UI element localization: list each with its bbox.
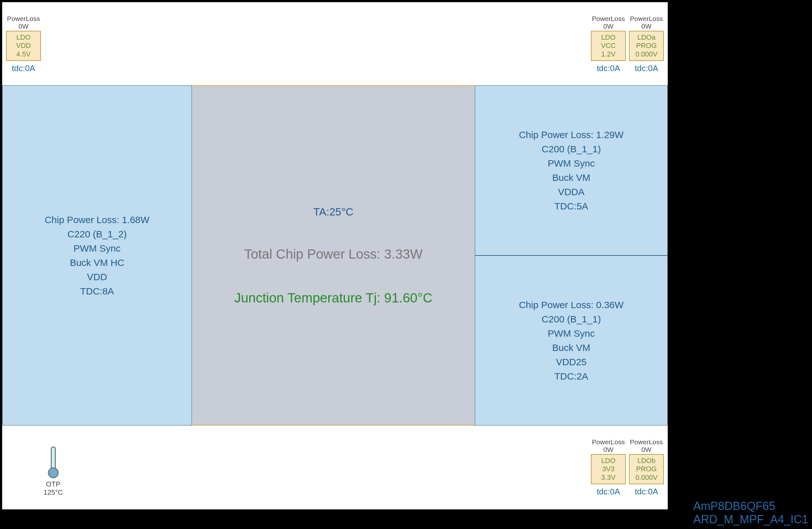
ldo-group-bottom-right: PowerLoss 0W LDO 3V3 3.3V tdc:0A PowerLo… <box>591 438 664 497</box>
ldob-prog: PowerLoss 0W LDOb PROG 0.000V tdc:0A <box>629 438 664 497</box>
ldo-vdd: PowerLoss 0W LDO VDD 4.5V tdc:0A <box>6 15 41 73</box>
ldo-group-top-right: PowerLoss 0W LDO VCC 1.2V tdc:0A PowerLo… <box>591 15 664 73</box>
ldo-line2: 3V3 <box>592 465 625 473</box>
ldo-box: LDOb PROG 0.000V <box>629 454 664 484</box>
chip-power-loss: Chip Power Loss: 0.36W <box>519 298 624 312</box>
ldo-line3: 0.000V <box>629 50 663 58</box>
power-loss-label: PowerLoss <box>629 15 664 23</box>
block-mode: PWM Sync <box>548 156 595 170</box>
block-type: Buck VM HC <box>70 256 124 270</box>
block-mode: PWM Sync <box>74 241 120 256</box>
block-tdc: TDC:5A <box>554 199 589 213</box>
ldo-box: LDOa PROG 0.000V <box>629 31 664 61</box>
otp-indicator: OTP 125°C <box>43 446 63 497</box>
ldo-box: LDO VCC 1.2V <box>591 31 626 61</box>
ldo-line1: LDO <box>7 33 40 42</box>
ldo-vcc: PowerLoss 0W LDO VCC 1.2V tdc:0A <box>591 15 626 73</box>
ldo-3v3: PowerLoss 0W LDO 3V3 3.3V tdc:0A <box>591 438 626 497</box>
otp-value: 125°C <box>43 488 63 497</box>
block-tdc: TDC:8A <box>80 284 114 298</box>
power-loss-label: PowerLoss <box>591 15 626 23</box>
power-loss-value: 0W <box>591 446 626 454</box>
buck-right-column: Chip Power Loss: 1.29W C200 (B_1_1) PWM … <box>475 85 668 426</box>
power-loss-value: 0W <box>629 23 664 30</box>
block-type: Buck VM <box>552 341 590 355</box>
ldo-line3: 1.2V <box>592 50 625 58</box>
power-loss-label: PowerLoss <box>629 438 664 446</box>
block-id: C200 (B_1_1) <box>542 142 601 156</box>
power-loss-value: 0W <box>6 23 41 30</box>
power-loss-label: PowerLoss <box>6 15 41 23</box>
tdc-value: tdc:0A <box>591 487 626 497</box>
ldo-line3: 4.5V <box>7 50 40 58</box>
block-id: C220 (B_1_2) <box>68 227 127 241</box>
footer-part-labels: AmP8DB6QF65 ARD_M_MPF_A4_IC1 <box>693 500 808 526</box>
ldo-line1: LDO <box>592 33 625 42</box>
block-rail: VDD <box>87 270 107 284</box>
block-mode: PWM Sync <box>548 326 595 341</box>
ldo-line3: 0.000V <box>629 473 663 482</box>
otp-label: OTP <box>43 480 63 488</box>
ldo-line3: 3.3V <box>592 473 625 482</box>
chip-thermal-diagram: PowerLoss 0W LDO VDD 4.5V tdc:0A PowerLo… <box>2 2 668 510</box>
ldo-line1: LDOb <box>629 457 663 465</box>
ldo-group-top-left: PowerLoss 0W LDO VDD 4.5V tdc:0A <box>6 15 41 73</box>
chip-power-loss: Chip Power Loss: 1.68W <box>45 213 149 227</box>
ldo-box: LDO 3V3 3.3V <box>591 454 626 484</box>
part-number: AmP8DB6QF65 <box>693 500 808 513</box>
total-power-loss: Total Chip Power Loss: 3.33W <box>244 246 423 262</box>
buck-left-panel: Chip Power Loss: 1.68W C220 (B_1_2) PWM … <box>2 85 192 426</box>
ldo-line2: PROG <box>629 42 663 50</box>
power-loss-value: 0W <box>591 23 626 30</box>
ldo-line2: VCC <box>592 42 625 50</box>
power-loss-label: PowerLoss <box>591 438 626 446</box>
chip-center-panel: TA:25°C Total Chip Power Loss: 3.33W Jun… <box>192 85 475 426</box>
buck-right-bottom-panel: Chip Power Loss: 0.36W C200 (B_1_1) PWM … <box>475 256 668 426</box>
block-rail: VDDA <box>558 185 584 199</box>
ldo-box: LDO VDD 4.5V <box>6 31 41 61</box>
block-type: Buck VM <box>552 170 590 185</box>
tdc-value: tdc:0A <box>629 487 664 497</box>
block-tdc: TDC:2A <box>554 369 589 383</box>
buck-right-top-panel: Chip Power Loss: 1.29W C200 (B_1_1) PWM … <box>475 85 668 256</box>
chip-power-loss: Chip Power Loss: 1.29W <box>519 128 624 142</box>
tdc-value: tdc:0A <box>629 63 664 73</box>
junction-temp: Junction Temperature Tj: 91.60°C <box>234 290 433 305</box>
board-id: ARD_M_MPF_A4_IC1 <box>693 513 808 526</box>
ldo-line2: PROG <box>629 465 663 473</box>
tdc-value: tdc:0A <box>591 63 626 73</box>
block-id: C200 (B_1_1) <box>542 312 601 326</box>
ldoa-prog: PowerLoss 0W LDOa PROG 0.000V tdc:0A <box>629 15 664 73</box>
ldo-line1: LDO <box>592 457 625 465</box>
block-rail: VDD25 <box>556 355 587 369</box>
ldo-line2: VDD <box>7 42 40 50</box>
power-loss-value: 0W <box>629 446 664 454</box>
thermometer-icon <box>47 446 60 478</box>
ldo-line1: LDOa <box>629 33 663 42</box>
main-thermal-block: Chip Power Loss: 1.68W C220 (B_1_2) PWM … <box>2 85 668 426</box>
tdc-value: tdc:0A <box>6 63 41 73</box>
ambient-temp: TA:25°C <box>314 206 353 218</box>
